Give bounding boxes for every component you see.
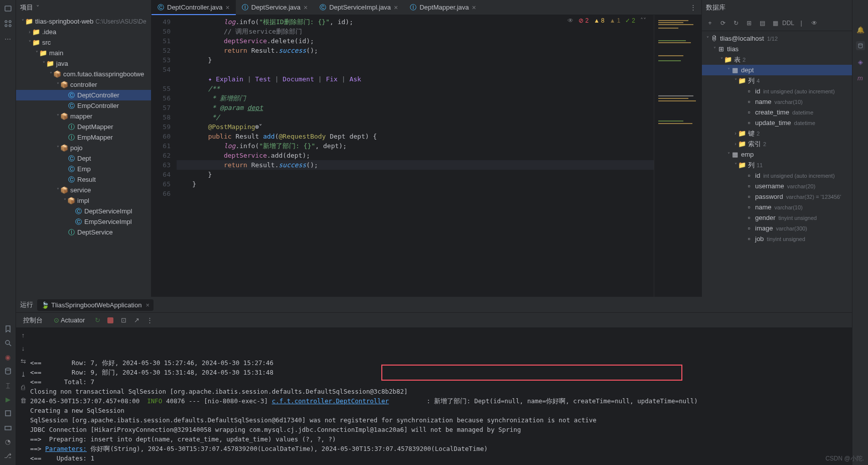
db-node-tlias-localhost[interactable]: ˅🛢tlias@localhost1/12: [702, 33, 852, 44]
tree-node-empmapper[interactable]: ⒾEmpMapper: [16, 132, 151, 143]
db-tool-⟳[interactable]: ⟳: [718, 18, 728, 28]
tree-node-impl[interactable]: ˅📦impl: [16, 195, 151, 206]
maven-icon[interactable]: m: [856, 73, 865, 82]
warning-count[interactable]: ▲ 8: [594, 17, 605, 24]
tree-node-src[interactable]: ˅📁src: [16, 37, 151, 48]
code-area[interactable]: log.info("根据ID删除部门: {}", id); // 调用servi…: [177, 15, 654, 297]
tree-node-empserviceimpl[interactable]: ⒸEmpServiceImpl: [16, 216, 151, 227]
db-node--[interactable]: ˅📁列4: [702, 75, 852, 86]
tree-node-mapper[interactable]: ˅📦mapper: [16, 111, 151, 122]
db-tool-▦[interactable]: ▦: [770, 18, 780, 28]
typo-count[interactable]: ✓ 2: [625, 17, 635, 24]
tab-deptmapper[interactable]: ⒾDeptMapper.java×: [404, 0, 482, 15]
dump-icon[interactable]: ⊡: [119, 316, 128, 325]
db-node-update-time[interactable]: ▫update_timedatetime: [702, 118, 852, 128]
search-icon[interactable]: [4, 338, 13, 347]
weak-warning-count[interactable]: ▲ 1: [610, 17, 621, 24]
tree-node-com-futao-tliasspringbootwe[interactable]: ˅📦com.futao.tliasspringbootwe: [16, 69, 151, 79]
db-node-id[interactable]: ▫idint unsigned (auto increment): [702, 170, 852, 181]
down-icon[interactable]: ↓: [19, 343, 28, 353]
services-icon[interactable]: [4, 423, 13, 432]
db-icon[interactable]: [4, 367, 13, 376]
tree-node-emp[interactable]: ⒸEmp: [16, 164, 151, 174]
editor-inspection-status[interactable]: 👁 ⊘ 2 ▲ 8 ▲ 1 ✓ 2 ˄˅: [567, 17, 646, 24]
database-tree[interactable]: ˅🛢tlias@localhost1/12˅⊞tlias˅📁表2˅▦dept˅📁…: [702, 31, 852, 297]
bookmarks-icon[interactable]: [4, 324, 13, 333]
terminal-icon[interactable]: ⌶: [4, 381, 13, 390]
more-icon[interactable]: ⋮: [145, 316, 154, 325]
scroll-icon[interactable]: ⤓: [19, 370, 28, 379]
tree-node-java[interactable]: ˅📁java: [16, 58, 151, 69]
tree-node-pojo[interactable]: ˅📦pojo: [16, 143, 151, 153]
db-node-name[interactable]: ▫namevarchar(10): [702, 202, 852, 212]
tree-node-result[interactable]: ⒸResult: [16, 174, 151, 185]
db-node--[interactable]: ˅📁表2: [702, 54, 852, 65]
tree-node-empcontroller[interactable]: ⒸEmpController: [16, 100, 151, 111]
eye-icon[interactable]: 👁: [567, 17, 573, 24]
git-icon[interactable]: ◔: [4, 437, 13, 446]
db-tool-⊞[interactable]: ⊞: [744, 18, 754, 28]
console-output[interactable]: <== Row: 7, 你好, 2024-05-30 15:27:46, 202…: [30, 327, 852, 465]
structure-icon[interactable]: [4, 19, 13, 28]
db-tool-👁[interactable]: 👁: [809, 18, 819, 28]
db-node--[interactable]: ›📁键2: [702, 128, 852, 139]
close-icon[interactable]: ×: [472, 4, 476, 12]
run-config-tab[interactable]: 🍃 TliasSpringbootWebApplication ×: [37, 299, 154, 311]
build-icon[interactable]: [4, 409, 13, 418]
db-node-create-time[interactable]: ▫create_timedatetime: [702, 107, 852, 118]
ai-icon[interactable]: ◈: [856, 57, 865, 66]
db-node-gender[interactable]: ▫gendertinyint unsigned: [702, 212, 852, 223]
db-node-job[interactable]: ▫jobtinyint unsigned: [702, 234, 852, 244]
db-tool-▤[interactable]: ▤: [757, 18, 767, 28]
clear-icon[interactable]: 🗑: [19, 396, 28, 405]
db-node-emp[interactable]: ˅▦emp: [702, 149, 852, 160]
run-anything-icon[interactable]: ◉: [4, 353, 13, 362]
chevron-down-icon[interactable]: ˅: [36, 4, 40, 12]
close-icon[interactable]: ×: [394, 4, 398, 12]
db-node-id[interactable]: ▫idint unsigned (auto increment): [702, 86, 852, 96]
tree-node-deptserviceimpl[interactable]: ⒸDeptServiceImpl: [16, 206, 151, 216]
stop-icon[interactable]: [106, 316, 115, 325]
actuator-tab[interactable]: ⊙ Actuator: [51, 314, 88, 326]
db-node-image[interactable]: ▫imagevarchar(300): [702, 223, 852, 234]
tree-node-tlias-springboot-web[interactable]: ˅📁tlias-springboot-webC:\Users\ASUS\De: [16, 16, 151, 27]
db-node-dept[interactable]: ˅▦dept: [702, 65, 852, 75]
db-node--[interactable]: ›📁索引2: [702, 139, 852, 149]
database-icon[interactable]: [856, 41, 865, 50]
close-icon[interactable]: ×: [304, 4, 308, 12]
exit-icon[interactable]: ↗: [132, 316, 141, 325]
project-icon[interactable]: [4, 4, 13, 13]
tab-deptcontroller[interactable]: ⒸDeptController.java×: [152, 0, 236, 15]
vcs-icon[interactable]: ⎇: [4, 451, 13, 460]
tab-deptserviceimpl[interactable]: ⒸDeptServiceImpl.java×: [314, 0, 404, 15]
notifications-icon[interactable]: 🔔: [856, 25, 865, 34]
db-node--[interactable]: ˅📁列11: [702, 160, 852, 170]
project-tree[interactable]: ˅📁tlias-springboot-webC:\Users\ASUS\De›📁…: [16, 15, 151, 297]
tabs-more-icon[interactable]: ⋮: [685, 0, 701, 15]
minimap[interactable]: [654, 15, 701, 297]
tree-node-service[interactable]: ˅📦service: [16, 185, 151, 195]
tree-node-deptcontroller[interactable]: ⒸDeptController: [16, 90, 151, 100]
tab-deptservice[interactable]: ⒾDeptService.java×: [236, 0, 314, 15]
tree-node--idea[interactable]: ›📁.idea: [16, 27, 151, 37]
up-icon[interactable]: ↑: [19, 330, 28, 339]
wrap-icon[interactable]: ⇆: [19, 357, 28, 366]
db-tool-↻[interactable]: ↻: [731, 18, 741, 28]
close-icon[interactable]: ×: [146, 301, 150, 309]
tree-node-deptservice[interactable]: ⒾDeptService: [16, 227, 151, 238]
run-tool-icon[interactable]: ▶: [4, 395, 13, 404]
db-node-name[interactable]: ▫namevarchar(10): [702, 96, 852, 107]
tree-node-dept[interactable]: ⒸDept: [16, 153, 151, 164]
tree-node-main[interactable]: ˅📁main: [16, 48, 151, 58]
db-tool-DDL[interactable]: DDL: [783, 18, 793, 28]
db-tool-+[interactable]: +: [705, 18, 715, 28]
close-icon[interactable]: ×: [226, 4, 230, 12]
db-node-password[interactable]: ▫passwordvarchar(32) = '123456': [702, 191, 852, 202]
error-count[interactable]: ⊘ 2: [578, 17, 589, 24]
more-icon[interactable]: ⋯: [4, 34, 13, 43]
console-tab[interactable]: 控制台: [20, 314, 46, 327]
rerun-icon[interactable]: ↻: [93, 316, 102, 325]
db-node-tlias[interactable]: ˅⊞tlias: [702, 44, 852, 54]
tree-node-controller[interactable]: ˅📦controller: [16, 79, 151, 90]
db-tool-|[interactable]: |: [796, 18, 806, 28]
